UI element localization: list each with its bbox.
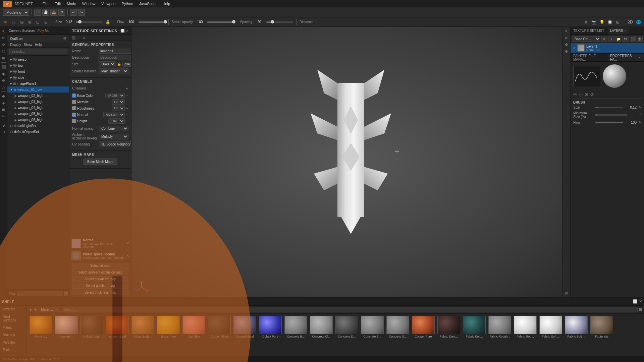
tab-texture[interactable]: ⬛: [71, 36, 75, 40]
normal-format[interactable]: RGB16F: [103, 112, 125, 117]
sidebar-paint-tool[interactable]: ✏: [1, 35, 7, 41]
viewport-grid-icon[interactable]: ⊞: [615, 19, 621, 25]
flow-slider[interactable]: [139, 21, 165, 23]
tab-properties[interactable]: PROPERTIES - PA... ✕: [607, 54, 644, 61]
brush-size-prop-slider[interactable]: [595, 107, 623, 108]
brush-size-edit-icon[interactable]: ✎: [639, 106, 641, 109]
tab-poly-modeling[interactable]: Poly Mo...: [37, 29, 52, 33]
layer-visibility-icon[interactable]: 👁: [573, 46, 576, 50]
viewport-env-icon[interactable]: 🌐: [635, 19, 641, 25]
sidebar-sphere-icon[interactable]: ◉: [1, 71, 7, 77]
base-color-format[interactable]: sRGB8: [105, 93, 125, 98]
toolbar-undo-btn[interactable]: ↩: [70, 9, 77, 16]
tree-default-objset[interactable]: ⬡ defaultObjectSet: [7, 129, 69, 135]
sidebar-merge-icon[interactable]: ⊌: [1, 122, 7, 128]
tab-curves-surfaces[interactable]: Curves / Surfaces: [9, 29, 35, 33]
menu-edit[interactable]: Edit: [52, 1, 64, 6]
toolbar-settings-btn[interactable]: ⚙: [58, 9, 65, 16]
tree-weapon03[interactable]: ◈ weapon_03_high: [7, 99, 69, 105]
layer-paint-icon[interactable]: ✏: [601, 36, 607, 42]
height-remove-icon[interactable]: −: [126, 119, 128, 123]
normal-remove-icon[interactable]: −: [126, 113, 128, 117]
name-input[interactable]: [99, 49, 131, 54]
brush-flow-edit-icon[interactable]: ✎: [639, 121, 641, 124]
tree-weapon05[interactable]: ◈ weapon_05_high: [7, 111, 69, 117]
vp-tool-zoom[interactable]: ⊕: [564, 48, 570, 54]
brush-min-size-slider[interactable]: [595, 114, 628, 116]
shelf-item-fabric-rough1[interactable]: Fabric Rough...: [488, 316, 512, 354]
base-color-remove-icon[interactable]: −: [126, 94, 128, 98]
properties-tab-close-icon[interactable]: ✕: [638, 56, 641, 59]
shelf-item-fabric-denim[interactable]: Fabric Deni...: [437, 316, 461, 354]
brush-fill-icon[interactable]: ⊕: [27, 19, 33, 25]
metallic-remove-icon[interactable]: −: [126, 100, 128, 104]
sidebar-cube-icon[interactable]: ⬛: [1, 64, 7, 70]
tree-top[interactable]: ▶ 📷 top: [7, 62, 69, 68]
normal-mixing-select[interactable]: Combine: [99, 126, 128, 131]
tree-side[interactable]: ▶ 📷 side: [7, 74, 69, 80]
brush-poly-fill-icon[interactable]: ⊞: [43, 19, 49, 25]
height-format[interactable]: L16F: [108, 118, 125, 124]
outliner-nav-show[interactable]: Show: [24, 43, 32, 47]
brush-flow-icon[interactable]: ⊙: [585, 92, 588, 97]
brush-smudge-icon[interactable]: ◎: [19, 19, 25, 25]
viewport-shading-icon[interactable]: 🔲: [607, 19, 613, 25]
add-channel-icon[interactable]: +: [126, 85, 128, 91]
tree-weapon04[interactable]: ◈ weapon_04_high: [7, 105, 69, 111]
roughness-remove-icon[interactable]: −: [126, 106, 128, 110]
tree-front[interactable]: ▶ 📷 front: [7, 68, 69, 74]
layer-fx-icon[interactable]: fx: [623, 36, 629, 42]
tree-persp[interactable]: ▶ 📷 persp: [7, 56, 69, 62]
sidebar-poly-select-tool[interactable]: ⬡: [1, 48, 7, 54]
sidebar-transform-tool[interactable]: ⟳: [1, 42, 7, 48]
layer-folder-icon[interactable]: 📁: [615, 36, 622, 42]
tab-settings[interactable]: ◌: [77, 36, 80, 40]
outliner-nav-display[interactable]: Display: [10, 43, 21, 47]
tree-default-lightset[interactable]: ⊙ defaultLightSet: [7, 123, 69, 129]
brush-lock-size-icon[interactable]: 🔒: [105, 19, 111, 25]
tab-bake[interactable]: ⊕: [83, 36, 85, 40]
layers-tab-close-icon[interactable]: ✕: [624, 29, 627, 33]
size-x-input[interactable]: [122, 62, 131, 67]
material-select[interactable]: Base Col...: [572, 36, 600, 42]
size-slider[interactable]: [76, 21, 103, 23]
shelf-expand-icon[interactable]: ⬜: [633, 299, 638, 304]
shelf-item-autumn-leaf[interactable]: Autumn Leaf: [105, 316, 129, 354]
tree-weapon06[interactable]: ◈ weapon_06_high: [7, 117, 69, 123]
toolbar-open-btn[interactable]: ⬛: [34, 9, 41, 16]
search-input[interactable]: [9, 49, 67, 54]
brush-scatter-icon[interactable]: ⟳: [590, 92, 594, 97]
viewport-camera-icon[interactable]: 📷: [591, 19, 597, 25]
menu-mode[interactable]: Mode: [64, 1, 79, 6]
mode-select[interactable]: Modeling Painting: [3, 9, 29, 16]
vp-tool-orbit[interactable]: ⟳: [564, 35, 570, 41]
brush-erase-icon[interactable]: ◌: [11, 19, 17, 25]
metallic-format[interactable]: L8: [112, 99, 125, 105]
ao-mixing-select[interactable]: Multiply: [99, 134, 128, 139]
vp-tool-select[interactable]: ↖: [564, 28, 570, 34]
outliner-nav-help[interactable]: Help: [35, 43, 42, 47]
brush-paint-icon[interactable]: ✏: [3, 19, 9, 25]
sidebar-knife-icon[interactable]: ✂: [1, 113, 7, 119]
vp-tool-grid[interactable]: ⊞: [564, 290, 570, 296]
brush-opacity-icon[interactable]: ◌: [579, 92, 583, 97]
sidebar-loop-cut-icon[interactable]: ⊞: [1, 107, 7, 113]
roughness-format[interactable]: L8: [112, 106, 125, 111]
vp-tool-pan[interactable]: ✥: [564, 42, 570, 48]
brush-geom-fill-icon[interactable]: ⊡: [35, 19, 41, 25]
sidebar-separate-icon[interactable]: ⊍: [1, 129, 7, 135]
menu-python[interactable]: Python: [119, 1, 136, 6]
size-select[interactable]: 204810244096: [99, 61, 116, 67]
menu-help[interactable]: Help: [160, 1, 173, 6]
toolbar-redo-btn[interactable]: ↪: [78, 9, 85, 16]
shelf-grid-view-icon[interactable]: ⊞: [639, 307, 642, 312]
texture-settings-close-icon[interactable]: ✕: [126, 29, 128, 33]
tab-texture-set-list[interactable]: TEXTURE SET LIST: [571, 27, 607, 35]
outliner-settings-icon[interactable]: ⚙: [63, 36, 66, 41]
sidebar-bevel-icon[interactable]: ◈: [1, 100, 7, 106]
shader-select[interactable]: Main shader: [99, 68, 128, 74]
spacing-slider[interactable]: [266, 21, 293, 23]
lock-icon[interactable]: 🔒: [117, 62, 121, 66]
brush-flow-prop-slider[interactable]: [595, 122, 623, 123]
viewport-2d-icon[interactable]: 2D: [627, 19, 633, 25]
